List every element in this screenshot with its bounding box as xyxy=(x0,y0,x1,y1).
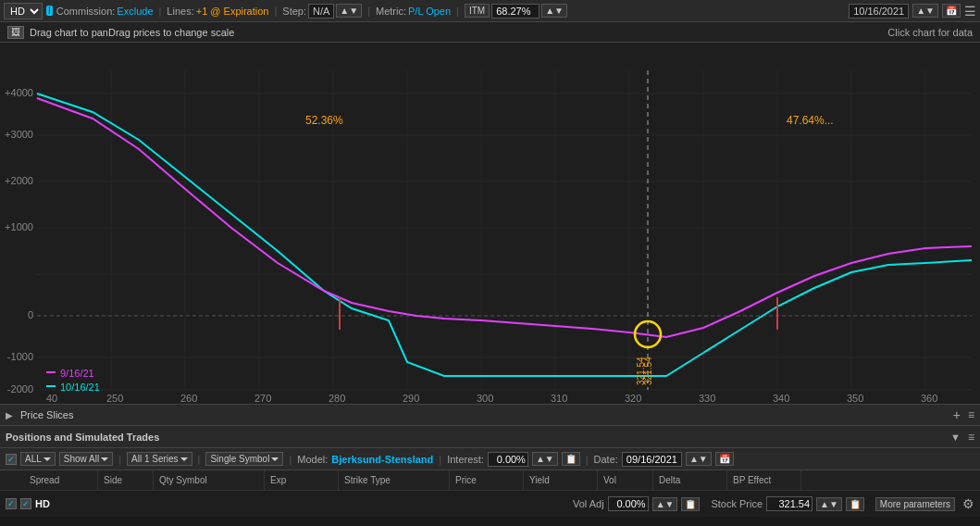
svg-text:52.36%: 52.36% xyxy=(305,114,343,127)
col-price[interactable]: Price xyxy=(450,470,524,490)
positions-date-stepper[interactable]: ▲▼ xyxy=(686,452,712,466)
date-value[interactable]: 09/16/2021 xyxy=(622,452,682,467)
col-yield[interactable]: Yield xyxy=(524,470,598,490)
col-exp[interactable]: Exp xyxy=(265,470,339,490)
symbol-badge: I xyxy=(46,6,53,16)
positions-calendar[interactable]: 📅 xyxy=(715,452,734,466)
svg-text:-2000: -2000 xyxy=(7,383,33,394)
positions-menu[interactable]: ≡ xyxy=(968,431,974,444)
price-slices-add[interactable]: + xyxy=(953,407,961,422)
bottom-row: HD Vol Adj ▲▼ 📋 Stock Price ▲▼ 📋 More pa… xyxy=(0,491,980,517)
stock-price-copy[interactable]: 📋 xyxy=(846,497,864,511)
series-chevron xyxy=(180,457,188,461)
svg-rect-49 xyxy=(46,371,56,373)
toolbar-right: 10/16/2021 ▲▼ 📅 ☰ xyxy=(849,4,976,19)
col-vol[interactable]: Vol xyxy=(598,470,653,490)
commission-value[interactable]: Exclude xyxy=(117,6,153,17)
price-slices-menu[interactable]: ≡ xyxy=(968,408,974,421)
interest-value[interactable] xyxy=(488,452,528,467)
chart-svg: +4000 +3000 +2000 +1000 0 -1000 -2000 40… xyxy=(0,43,980,404)
hd-symbol: HD xyxy=(35,498,50,509)
col-qty-symbol[interactable]: Qty Symbol xyxy=(154,470,265,490)
svg-text:0: 0 xyxy=(28,309,33,320)
svg-text:+3000: +3000 xyxy=(5,129,33,140)
svg-text:10/16/21: 10/16/21 xyxy=(60,382,100,393)
step-stepper[interactable]: ▲▼ xyxy=(336,4,362,18)
show-all-dropdown[interactable]: Show All xyxy=(59,452,113,466)
metric-label: Metric: xyxy=(376,6,406,17)
date-display[interactable]: 10/16/2021 xyxy=(849,4,909,19)
col-spread[interactable]: Spread xyxy=(24,470,98,490)
svg-text:9/16/21: 9/16/21 xyxy=(60,368,94,379)
toolbar-symbol-indicator: I xyxy=(46,6,53,16)
more-params-btn[interactable]: More parameters xyxy=(875,497,955,511)
chart-info-bar: 🖼 Drag chart to panDrag prices to change… xyxy=(0,22,980,43)
col-bp-effect[interactable]: BP Effect xyxy=(727,470,801,490)
metric-group: Metric: P/L Open xyxy=(376,6,451,17)
stock-price-value[interactable] xyxy=(766,496,813,511)
svg-text:+2000: +2000 xyxy=(5,175,33,186)
interest-label: Interest: xyxy=(447,454,484,465)
svg-rect-0 xyxy=(0,43,980,404)
col-delta[interactable]: Delta xyxy=(653,470,727,490)
symbol-select[interactable]: HD xyxy=(4,3,43,19)
model-value[interactable]: Bjerksund-Stensland xyxy=(331,454,433,465)
svg-text:250: 250 xyxy=(106,393,123,404)
svg-text:270: 270 xyxy=(254,393,271,404)
bottom-gear-icon[interactable]: ⚙ xyxy=(962,496,974,511)
commission-group: Commission: Exclude xyxy=(56,6,154,17)
svg-text:320: 320 xyxy=(625,393,641,404)
svg-text:260: 260 xyxy=(180,393,197,404)
svg-text:360: 360 xyxy=(921,393,937,404)
top-toolbar: HD I Commission: Exclude | Lines: +1 @ E… xyxy=(0,0,980,22)
step-value[interactable]: N/A xyxy=(308,4,334,19)
lines-value[interactable]: +1 @ Expiration xyxy=(196,6,269,17)
stock-price-stepper[interactable]: ▲▼ xyxy=(816,497,842,511)
hd-checkbox[interactable] xyxy=(6,498,17,509)
single-symbol-dropdown[interactable]: Single Symbol xyxy=(205,452,283,466)
all-checkbox[interactable] xyxy=(6,454,17,465)
all-chevron xyxy=(43,457,51,461)
vol-adj-copy[interactable]: 📋 xyxy=(681,497,700,511)
hd-checkbox2[interactable] xyxy=(20,498,31,509)
positions-toolbar: ALL Show All | All 1 Series | Single Sym… xyxy=(0,448,980,470)
calendar-btn[interactable]: 📅 xyxy=(942,4,961,18)
svg-text:321.54: 321.54 xyxy=(636,357,646,385)
stock-price-label: Stock Price xyxy=(711,498,763,509)
svg-text:280: 280 xyxy=(329,393,345,404)
svg-text:+1000: +1000 xyxy=(5,221,33,232)
vol-adj-stepper[interactable]: ▲▼ xyxy=(652,497,678,511)
price-slices-label: Price Slices xyxy=(20,409,73,420)
col-strike-type[interactable]: Strike Type xyxy=(339,470,450,490)
svg-text:350: 350 xyxy=(847,393,863,404)
svg-rect-51 xyxy=(46,385,56,387)
svg-text:+4000: +4000 xyxy=(5,87,33,98)
positions-chevron[interactable]: ▼ xyxy=(950,432,961,443)
itm-group: ITM ▲▼ xyxy=(465,4,567,19)
menu-icon[interactable]: ☰ xyxy=(964,4,976,19)
all-dropdown[interactable]: ALL xyxy=(20,452,56,466)
col-side[interactable]: Side xyxy=(98,470,154,490)
column-headers: Spread Side Qty Symbol Exp Strike Type P… xyxy=(0,470,980,491)
metric-value[interactable]: P/L Open xyxy=(408,6,451,17)
step-label: Step: xyxy=(282,6,306,17)
single-symbol-chevron xyxy=(271,457,279,461)
price-slices-expand[interactable]: ▶ xyxy=(6,410,13,420)
svg-text:40: 40 xyxy=(46,393,57,404)
series-dropdown[interactable]: All 1 Series xyxy=(127,452,192,466)
interest-copy[interactable]: 📋 xyxy=(562,452,580,466)
vol-adj-label: Vol Adj xyxy=(573,498,604,509)
svg-text:47.64%...: 47.64%... xyxy=(787,114,834,127)
show-all-label: Show All xyxy=(64,454,99,464)
chart-area[interactable]: +4000 +3000 +2000 +1000 0 -1000 -2000 40… xyxy=(0,43,980,404)
date-stepper[interactable]: ▲▼ xyxy=(912,4,938,18)
series-label: All 1 Series xyxy=(131,454,179,464)
lines-label: Lines: xyxy=(167,6,193,17)
vol-adj-value[interactable] xyxy=(608,496,649,511)
image-icon: 🖼 xyxy=(11,27,20,37)
positions-label: Positions and Simulated Trades xyxy=(6,432,159,443)
itm-stepper[interactable]: ▲▼ xyxy=(541,4,567,18)
itm-value[interactable] xyxy=(491,4,540,19)
lines-group: Lines: +1 @ Expiration xyxy=(167,6,268,17)
interest-stepper[interactable]: ▲▼ xyxy=(532,452,558,466)
